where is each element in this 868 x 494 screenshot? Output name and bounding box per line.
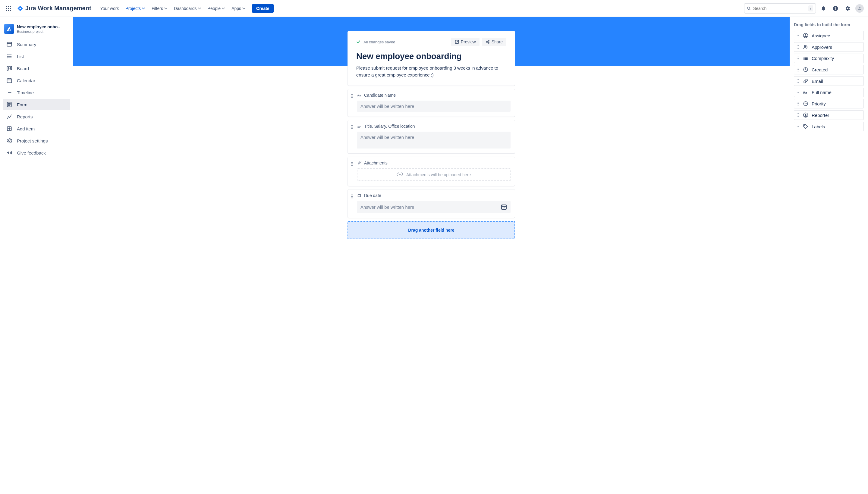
help-icon: ?: [832, 5, 838, 12]
priority-icon: [802, 101, 809, 106]
nav-filters[interactable]: Filters: [149, 4, 170, 13]
svg-point-38: [351, 162, 352, 163]
svg-point-58: [797, 34, 797, 34]
text-input-preview: Answer will be written here: [357, 101, 511, 112]
nav-dashboards[interactable]: Dashboards: [171, 4, 204, 13]
sidebar-item-settings[interactable]: Project settings: [3, 135, 70, 146]
nav-projects[interactable]: Projects: [122, 4, 148, 13]
gear-icon: [6, 137, 13, 144]
svg-point-121: [798, 126, 799, 127]
form-description[interactable]: Please submit request for employee onboa…: [356, 65, 506, 78]
profile-button[interactable]: [855, 4, 864, 13]
svg-point-27: [351, 96, 352, 97]
field-chip-complexity[interactable]: Complexity: [794, 54, 864, 63]
chevron-down-icon: [142, 7, 145, 10]
preview-button[interactable]: Preview: [451, 38, 480, 46]
svg-point-95: [798, 82, 799, 83]
svg-point-35: [352, 127, 353, 128]
nav-your-work[interactable]: Your work: [97, 4, 122, 13]
sidebar-item-feedback[interactable]: Give feedback: [3, 147, 70, 158]
app-switcher[interactable]: [4, 4, 13, 13]
svg-point-46: [351, 196, 352, 197]
drag-handle-icon: [797, 45, 799, 49]
sidebar-item-add[interactable]: Add item: [3, 123, 70, 134]
svg-point-114: [797, 116, 797, 117]
form-title[interactable]: New employee onboarding: [356, 52, 506, 61]
settings-button[interactable]: [843, 4, 852, 13]
project-avatar-icon: [4, 24, 14, 34]
svg-point-90: [797, 79, 797, 80]
svg-point-29: [351, 97, 352, 98]
textarea-preview: Answer will be written here: [357, 132, 511, 149]
date-input-preview: Answer will be written here: [357, 201, 511, 213]
product-logo[interactable]: Jira Work Management: [15, 5, 94, 12]
drag-handle-icon[interactable]: [351, 160, 355, 181]
field-due-date[interactable]: Due date Answer will be written here: [348, 189, 515, 218]
field-chip-reporter[interactable]: Reporter: [794, 110, 864, 120]
field-candidate-name[interactable]: AaCandidate Name Answer will be written …: [348, 89, 515, 117]
svg-point-60: [797, 35, 797, 36]
product-name: Jira Work Management: [25, 5, 91, 12]
help-button[interactable]: ?: [831, 4, 840, 13]
svg-point-55: [504, 207, 505, 208]
sidebar-item-summary[interactable]: Summary: [3, 39, 70, 50]
svg-point-33: [352, 125, 353, 126]
nav-apps[interactable]: Apps: [228, 4, 248, 13]
form-icon: [6, 101, 13, 108]
svg-point-107: [797, 105, 797, 106]
share-button[interactable]: Share: [482, 38, 506, 46]
svg-rect-3: [6, 8, 7, 9]
drag-handle-icon: [797, 56, 799, 60]
field-chip-priority[interactable]: Priority: [794, 99, 864, 109]
svg-point-112: [797, 115, 797, 115]
svg-point-82: [804, 59, 804, 60]
field-label: Candidate Name: [364, 93, 396, 98]
field-chip-full-name[interactable]: AaFull name: [794, 88, 864, 97]
timeline-icon: [6, 89, 13, 96]
svg-rect-1: [8, 6, 9, 7]
svg-point-86: [798, 69, 799, 70]
field-label: Due date: [364, 193, 381, 198]
svg-point-54: [504, 207, 504, 208]
svg-point-79: [798, 59, 799, 60]
search-input[interactable]: /: [744, 3, 816, 14]
people-icon: [802, 44, 809, 50]
svg-point-24: [488, 42, 489, 44]
svg-point-96: [797, 90, 797, 91]
svg-text:Aa: Aa: [357, 94, 361, 97]
sidebar-item-form[interactable]: Form: [3, 99, 70, 110]
text-icon: Aa: [357, 93, 362, 97]
svg-point-62: [797, 37, 797, 37]
sidebar-item-timeline[interactable]: Timeline: [3, 87, 70, 98]
calendar-picker-icon[interactable]: [501, 204, 507, 210]
field-chip-email[interactable]: Email: [794, 76, 864, 86]
drag-handle-icon[interactable]: [351, 93, 355, 112]
notifications-button[interactable]: [818, 4, 828, 13]
field-chip-approvers[interactable]: Approvers: [794, 42, 864, 52]
field-chip-labels[interactable]: Labels: [794, 122, 864, 131]
svg-point-15: [7, 58, 8, 58]
drag-handle-icon[interactable]: [351, 193, 355, 213]
field-chip-created[interactable]: Created: [794, 65, 864, 74]
sidebar-item-reports[interactable]: Reports: [3, 111, 70, 122]
sidebar-item-board[interactable]: Board: [3, 63, 70, 74]
field-attachments[interactable]: Attachments Attachments will be uploaded…: [348, 157, 515, 186]
project-header[interactable]: New employee onbo.. Business project: [3, 23, 70, 39]
svg-point-70: [797, 48, 797, 49]
create-button[interactable]: Create: [252, 4, 274, 13]
sidebar-item-calendar[interactable]: Calendar: [3, 75, 70, 86]
drag-handle-icon: [797, 101, 799, 106]
field-dropzone[interactable]: Drag another field here: [348, 221, 515, 239]
save-status: All changes saved: [356, 40, 395, 44]
field-title-salary[interactable]: Title, Salary, Office location Answer wi…: [348, 120, 515, 154]
list-icon: [6, 53, 13, 60]
nav-people[interactable]: People: [205, 4, 228, 13]
field-chip-assignee[interactable]: Assignee: [794, 31, 864, 40]
search-field[interactable]: [753, 6, 806, 11]
svg-point-101: [798, 93, 799, 94]
svg-point-80: [804, 57, 804, 58]
svg-text:?: ?: [834, 6, 836, 10]
drag-handle-icon[interactable]: [351, 124, 355, 149]
clock-icon: [802, 67, 809, 72]
sidebar-item-list[interactable]: List: [3, 51, 70, 62]
